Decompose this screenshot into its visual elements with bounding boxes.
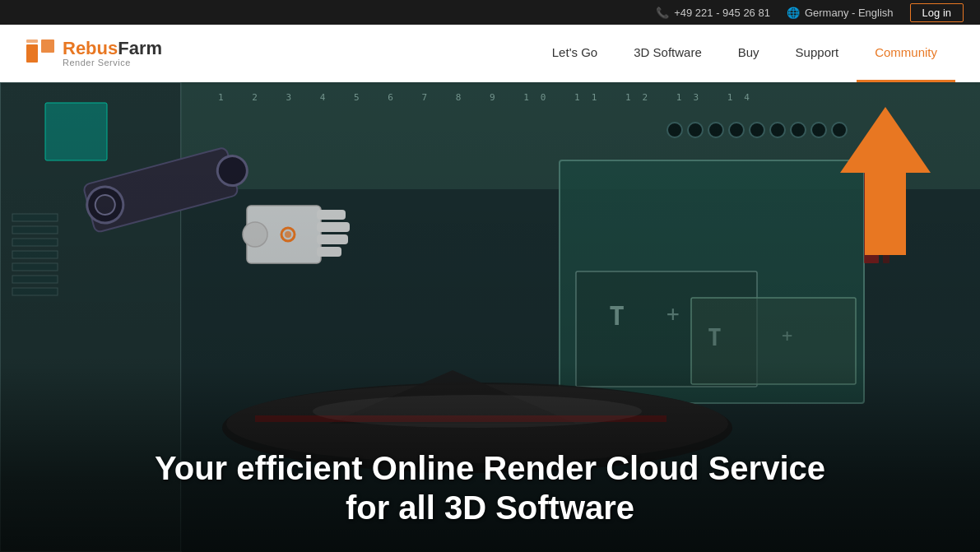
- phone-number: +49 221 - 945 26 81: [674, 7, 770, 19]
- nav-link-community[interactable]: Community: [857, 25, 955, 82]
- hero-title-line2: for all 3D Software: [0, 488, 980, 527]
- logo-rebus: Rebus: [63, 38, 118, 58]
- region-selector[interactable]: 🌐 Germany - English: [787, 7, 894, 19]
- globe-icon: 🌐: [787, 7, 800, 19]
- svg-rect-2: [26, 39, 38, 43]
- nav-link-support[interactable]: Support: [778, 25, 857, 82]
- nav-link-3d-software[interactable]: 3D Software: [615, 25, 720, 82]
- logo[interactable]: RebusFarm Render Service: [25, 38, 162, 69]
- nav-link-lets-go[interactable]: Let's Go: [534, 25, 615, 82]
- logo-text: RebusFarm Render Service: [63, 39, 162, 67]
- nav-link-buy[interactable]: Buy: [720, 25, 778, 82]
- svg-rect-0: [26, 44, 38, 63]
- region-label: Germany - English: [805, 7, 894, 19]
- phone-info: 📞 +49 221 - 945 26 81: [656, 7, 770, 19]
- hero-text: Your efficient Online Render Cloud Servi…: [0, 448, 980, 527]
- nav-links: Let's Go 3D Software Buy Support Communi…: [534, 25, 955, 82]
- phone-icon: 📞: [656, 7, 669, 19]
- hero-section: 1 2 3 4 5 6 7 8 9 10 11 12 13 14 T +: [0, 82, 980, 552]
- arrow-annotation: [840, 107, 931, 255]
- arrow-up-icon: [840, 107, 931, 173]
- svg-rect-1: [41, 39, 54, 53]
- logo-farm: Farm: [118, 38, 162, 58]
- logo-subtitle: Render Service: [63, 58, 162, 67]
- login-button[interactable]: Log in: [910, 3, 964, 22]
- arrow-stem: [865, 173, 906, 255]
- hero-title-line1: Your efficient Online Render Cloud Servi…: [0, 448, 980, 488]
- top-bar: 📞 +49 221 - 945 26 81 🌐 Germany - Englis…: [0, 0, 980, 25]
- logo-icon: [25, 38, 56, 69]
- logo-brand-name: RebusFarm: [63, 39, 162, 58]
- nav-header: RebusFarm Render Service Let's Go 3D Sof…: [0, 25, 980, 82]
